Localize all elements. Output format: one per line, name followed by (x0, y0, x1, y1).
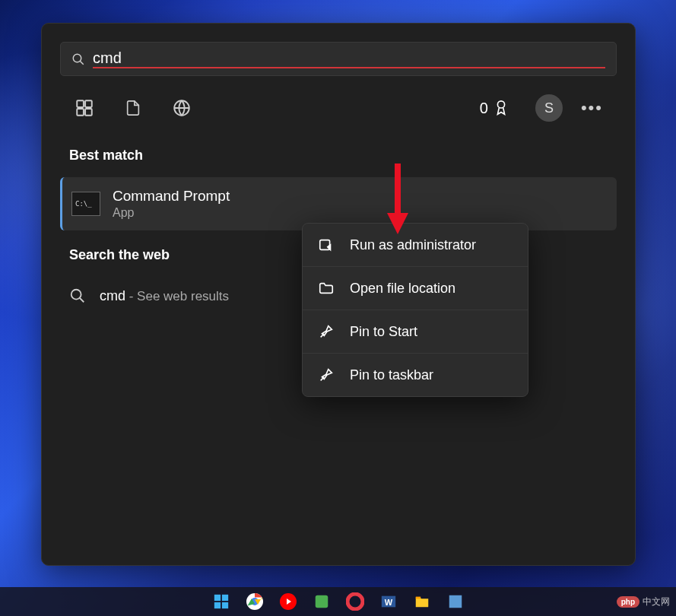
watermark: php 中文网 (617, 595, 670, 608)
command-prompt-icon (71, 192, 100, 216)
file-explorer-icon[interactable] (412, 592, 432, 611)
rewards-indicator[interactable]: 0 (480, 98, 509, 118)
search-icon (69, 287, 86, 304)
svg-marker-12 (387, 213, 408, 234)
result-title: Command Prompt (113, 188, 608, 205)
svg-rect-4 (77, 109, 84, 116)
documents-filter-icon[interactable] (122, 97, 144, 119)
admin-shield-icon (318, 237, 335, 253)
svg-rect-2 (77, 100, 84, 107)
svg-rect-29 (449, 595, 462, 608)
menu-item-pin-start[interactable]: Pin to Start (303, 310, 528, 354)
app-circle-icon[interactable] (345, 592, 365, 611)
apps-filter-icon[interactable] (74, 97, 95, 119)
taskbar: W (0, 587, 676, 616)
menu-item-open-location[interactable]: Open file location (303, 267, 528, 310)
svg-rect-19 (221, 602, 227, 608)
svg-point-0 (73, 54, 81, 62)
svg-rect-18 (214, 602, 220, 608)
svg-rect-16 (214, 595, 220, 601)
best-match-heading: Best match (60, 131, 617, 177)
web-filter-icon[interactable] (171, 97, 192, 119)
result-subtitle: App (113, 206, 608, 220)
annotation-arrow (382, 160, 413, 236)
youtube-music-icon[interactable] (278, 592, 298, 611)
chrome-icon[interactable] (245, 592, 265, 611)
start-button[interactable] (211, 592, 231, 611)
pin-icon (318, 367, 335, 383)
svg-point-9 (71, 290, 81, 300)
svg-text:W: W (384, 598, 392, 607)
svg-point-25 (348, 594, 363, 609)
word-icon[interactable]: W (379, 592, 398, 611)
svg-rect-28 (415, 597, 420, 599)
web-term: cmd (100, 288, 125, 303)
search-bar[interactable] (60, 42, 617, 76)
rewards-count: 0 (480, 100, 488, 117)
menu-item-pin-taskbar[interactable]: Pin to taskbar (303, 354, 528, 396)
svg-line-1 (80, 61, 84, 65)
app-blue-icon[interactable] (446, 592, 465, 611)
svg-line-10 (80, 298, 84, 303)
svg-rect-5 (85, 109, 92, 116)
folder-icon (318, 280, 335, 297)
svg-point-8 (497, 101, 504, 108)
svg-rect-24 (315, 595, 328, 608)
app-green-icon[interactable] (312, 592, 332, 611)
user-avatar[interactable]: S (535, 94, 563, 122)
search-input[interactable] (93, 49, 605, 68)
svg-rect-3 (85, 100, 92, 107)
svg-rect-17 (221, 595, 227, 601)
pin-icon (318, 323, 335, 340)
menu-item-run-as-admin[interactable]: Run as administrator (303, 224, 528, 267)
filter-row: 0 S ••• (60, 76, 617, 131)
more-options-button[interactable]: ••• (581, 98, 603, 118)
rewards-icon (493, 98, 509, 118)
web-suffix: - See web results (125, 289, 229, 303)
context-menu: Run as administrator Open file location … (302, 223, 528, 397)
search-icon (71, 52, 85, 66)
